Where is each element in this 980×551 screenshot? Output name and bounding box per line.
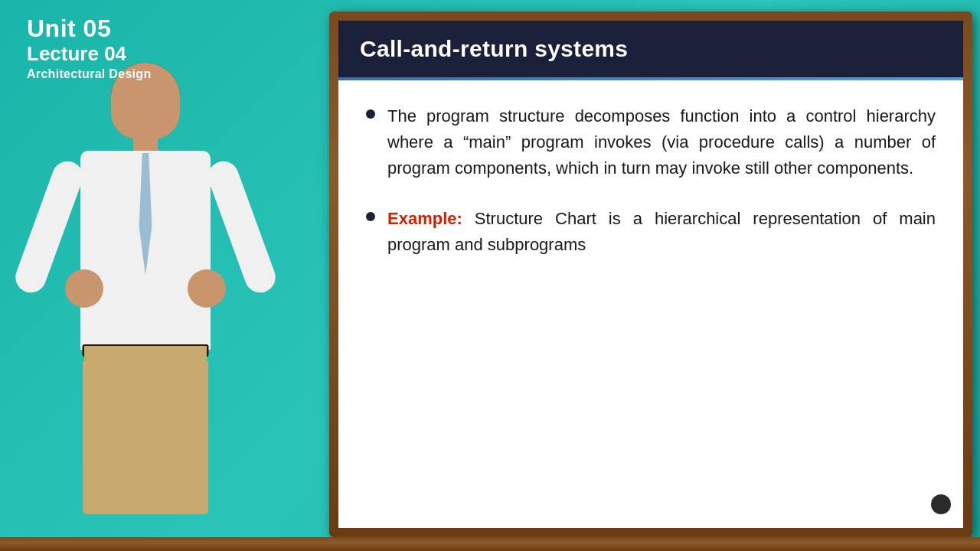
whiteboard-frame: Call-and-return systems The program stru… xyxy=(329,11,972,537)
slide-header: Call-and-return systems xyxy=(338,21,963,77)
scene: Unit 05 Lecture 04 Architectural Design … xyxy=(0,0,980,551)
unit-label: Unit 05 xyxy=(27,15,151,42)
bullet-text-2-rest: Structure Chart is a hierarchical repres… xyxy=(387,209,936,254)
slide-title: Call-and-return systems xyxy=(360,36,942,62)
left-panel: Unit 05 Lecture 04 Architectural Design xyxy=(27,15,151,81)
bullet-dot-2 xyxy=(366,212,375,221)
person-right-hand xyxy=(188,269,226,308)
bullet-text-2: Example: Structure Chart is a hierarchic… xyxy=(387,206,936,258)
wood-strip xyxy=(0,537,980,551)
bullet-dot-1 xyxy=(366,109,375,119)
person-area xyxy=(0,32,329,537)
person-left-hand xyxy=(65,269,103,308)
slide-dot-indicator xyxy=(931,494,951,514)
bullet-text-1: The program structure decomposes functio… xyxy=(387,103,936,181)
bullet-item-1: The program structure decomposes functio… xyxy=(366,103,936,181)
person-figure xyxy=(23,63,268,537)
example-label: Example: xyxy=(387,209,462,228)
bullet-item-2: Example: Structure Chart is a hierarchic… xyxy=(366,206,936,258)
lecture-label: Lecture 04 xyxy=(27,42,151,66)
person-pants xyxy=(84,346,207,514)
whiteboard-inner: Call-and-return systems The program stru… xyxy=(338,21,963,528)
subject-label: Architectural Design xyxy=(27,67,151,81)
slide-content: The program structure decomposes functio… xyxy=(338,80,963,528)
